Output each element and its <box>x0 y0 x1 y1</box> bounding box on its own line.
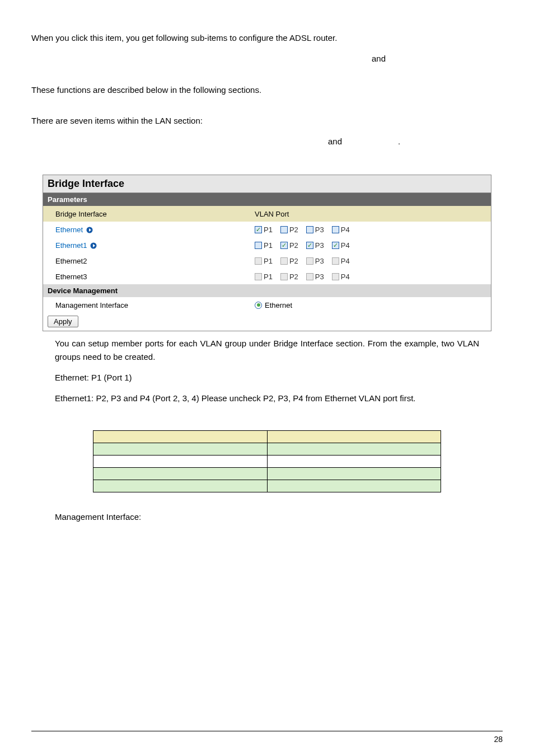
mini-cell <box>267 431 441 443</box>
table-row: Ethernet1 P1 P2 P3 P4 <box>43 237 491 253</box>
checkbox-label: P4 <box>341 226 350 234</box>
mini-cell <box>93 443 268 456</box>
checkbox-label: P1 <box>264 257 273 265</box>
page-number: 28 <box>494 735 503 744</box>
checkbox-p4[interactable]: P4 <box>332 226 350 234</box>
checkbox-p3: P3 <box>306 273 324 281</box>
mini-cell <box>93 480 268 492</box>
footer-line <box>31 731 503 731</box>
mini-cell <box>267 443 441 456</box>
para-management-interface: Management Interface: <box>55 510 479 523</box>
checkbox-p1: P1 <box>255 257 273 265</box>
intro-text-1: When you click this item, you get follow… <box>31 31 503 44</box>
para-ethernet-p1: Ethernet: P1 (Port 1) <box>55 371 479 384</box>
mini-cell <box>93 456 268 468</box>
mini-cell <box>267 456 441 468</box>
mini-cell <box>267 480 441 492</box>
table-row: Ethernet2 P1 P2 P3 P4 <box>43 253 491 269</box>
checkbox-p3[interactable]: P3 <box>306 241 324 250</box>
dot: . <box>398 135 400 148</box>
bridge-interface-screenshot: Bridge Interface Parameters Bridge Inter… <box>43 175 491 331</box>
panel-sub-parameters: Parameters <box>43 193 491 206</box>
checkbox-label: P1 <box>264 273 273 281</box>
checkbox-p2[interactable]: P2 <box>280 241 298 250</box>
checkbox-label: P2 <box>289 241 298 250</box>
apply-button[interactable]: Apply <box>48 316 78 327</box>
panel-title: Bridge Interface <box>43 175 491 193</box>
checkbox-label: P1 <box>264 226 273 234</box>
radio-label: Ethernet <box>265 301 292 309</box>
checkbox-label: P4 <box>341 241 350 250</box>
checkbox-p2: P2 <box>280 257 298 265</box>
table-row: Ethernet3 P1 P2 P3 P4 <box>43 269 491 284</box>
ethernet-link[interactable]: Ethernet <box>55 226 83 234</box>
col-header-1: Bridge Interface <box>43 208 249 220</box>
lan-intro-text: There are seven items within the LAN sec… <box>31 116 203 125</box>
intro-text-2: These functions are described below in t… <box>31 83 503 96</box>
checkbox-p4[interactable]: P4 <box>332 241 350 250</box>
checkbox-p4: P4 <box>332 273 350 281</box>
management-row: Management Interface Ethernet <box>43 297 491 313</box>
ethernet2-label: Ethernet2 <box>55 257 87 265</box>
ethernet1-link[interactable]: Ethernet1 <box>55 241 87 250</box>
table-header-row: Bridge Interface VLAN Port <box>43 206 491 222</box>
and-line-1: and <box>31 52 503 65</box>
checkbox-p4: P4 <box>332 257 350 265</box>
checkbox-label: P3 <box>315 226 324 234</box>
arrow-right-icon <box>90 242 97 249</box>
management-radio-ethernet[interactable]: Ethernet <box>255 301 292 309</box>
and-line-2: and. <box>31 135 503 148</box>
checkbox-label: P3 <box>315 273 324 281</box>
para-ethernet1-p234: Ethernet1: P2, P3 and P4 (Port 2, 3, 4) … <box>55 392 479 405</box>
panel-sub-device-management: Device Management <box>43 284 491 297</box>
checkbox-label: P3 <box>315 241 324 250</box>
lan-intro: There are seven items within the LAN sec… <box>31 114 503 127</box>
checkbox-label: P4 <box>341 257 350 265</box>
para-vlan-setup: You can setup member ports for each VLAN… <box>55 337 479 363</box>
and-word-1: and <box>372 52 386 65</box>
arrow-right-icon <box>86 227 93 233</box>
checkbox-label: P3 <box>315 257 324 265</box>
table-row: Ethernet P1 P2 P3 P4 <box>43 222 491 237</box>
checkbox-p3: P3 <box>306 257 324 265</box>
checkbox-p1[interactable]: P1 <box>255 241 273 250</box>
and-word-2: and <box>328 135 342 148</box>
checkbox-p1[interactable]: P1 <box>255 226 273 234</box>
mini-cell <box>93 431 268 443</box>
checkbox-label: P2 <box>289 273 298 281</box>
mini-cell <box>267 468 441 480</box>
mini-table <box>93 430 441 492</box>
checkbox-label: P2 <box>289 226 298 234</box>
management-label: Management Interface <box>55 301 128 309</box>
col-header-2: VLAN Port <box>249 208 491 220</box>
checkbox-label: P4 <box>341 273 350 281</box>
checkbox-p1: P1 <box>255 273 273 281</box>
checkbox-label: P2 <box>289 257 298 265</box>
checkbox-p3[interactable]: P3 <box>306 226 324 234</box>
mini-cell <box>93 468 268 480</box>
checkbox-p2: P2 <box>280 273 298 281</box>
checkbox-label: P1 <box>264 241 273 250</box>
ethernet3-label: Ethernet3 <box>55 273 87 281</box>
checkbox-p2[interactable]: P2 <box>280 226 298 234</box>
